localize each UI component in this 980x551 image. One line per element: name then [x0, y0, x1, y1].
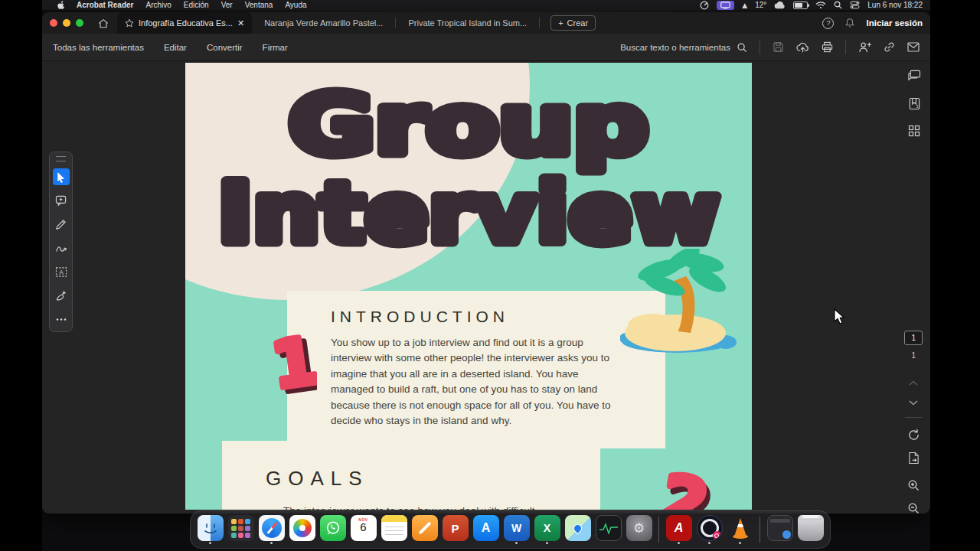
- title-line-1: Group: [289, 77, 648, 172]
- previous-page-button[interactable]: [909, 375, 918, 389]
- create-tab-button[interactable]: + Crear: [550, 15, 596, 31]
- menu-ayuda[interactable]: Ayuda: [279, 1, 312, 9]
- close-window-button[interactable]: [50, 19, 57, 27]
- help-button[interactable]: ?: [822, 18, 834, 29]
- wifi-icon[interactable]: [815, 1, 826, 9]
- toolbar-divider: [845, 41, 846, 54]
- tab-label: Private Tropical Island in Sum...: [408, 18, 527, 28]
- home-button[interactable]: [94, 18, 113, 28]
- edit-menu[interactable]: Editar: [164, 43, 187, 52]
- goals-card: GOALS The interviewer wants to see how y…: [222, 441, 600, 510]
- cloud-upload-button[interactable]: [796, 41, 809, 53]
- dock-photos-icon[interactable]: [289, 515, 315, 541]
- excel-glyph: X: [544, 522, 550, 534]
- cursor-arrow-icon: [56, 171, 66, 183]
- zoom-out-button[interactable]: [905, 500, 922, 514]
- total-pages-label: 1: [911, 351, 916, 360]
- dock-excel-icon[interactable]: X: [534, 515, 560, 541]
- dock-trash-icon[interactable]: [798, 515, 824, 541]
- draw-tool-button[interactable]: [53, 240, 70, 256]
- highlight-tool-button[interactable]: [53, 216, 70, 233]
- zoom-in-button[interactable]: [905, 477, 922, 494]
- page-controls-rail: 1 1: [904, 331, 923, 514]
- tab-naranja[interactable]: Naranja Verde Amarillo Pastel...: [256, 12, 390, 34]
- print-button[interactable]: [822, 41, 833, 53]
- dock-launchpad-icon[interactable]: [228, 515, 254, 541]
- tab-tropical[interactable]: Private Tropical Island in Sum...: [400, 12, 534, 34]
- dock-safari-icon[interactable]: [259, 515, 285, 541]
- menu-archivo[interactable]: Archivo: [139, 1, 177, 9]
- search-tools-button[interactable]: Buscar texto o herramientas: [620, 42, 747, 53]
- tab-close-icon[interactable]: ✕: [237, 18, 244, 28]
- spotlight-search-icon[interactable]: [834, 1, 842, 9]
- email-button[interactable]: [907, 42, 920, 52]
- svg-text:2: 2: [655, 461, 714, 510]
- sign-in-button[interactable]: Iniciar sesión: [866, 18, 923, 28]
- acrobat-toolbar: Todas las herramientas Editar Convertir …: [42, 34, 930, 61]
- menu-clock[interactable]: Lun 6 nov 18:22: [867, 1, 923, 9]
- tab-label: Naranja Verde Amarillo Pastel...: [264, 18, 383, 28]
- dock-word-icon[interactable]: W: [504, 515, 530, 541]
- apple-menu[interactable]: [50, 1, 70, 10]
- control-center-icon[interactable]: [850, 1, 860, 9]
- dock-maps-icon[interactable]: [565, 515, 591, 541]
- notifications-bell-icon[interactable]: [844, 18, 855, 28]
- all-tools-menu[interactable]: Todas las herramientas: [53, 43, 144, 52]
- share-link-button[interactable]: [884, 41, 895, 53]
- more-tools-button[interactable]: [53, 311, 70, 328]
- dock-pages-icon[interactable]: [412, 515, 438, 541]
- rail-divider: [905, 417, 922, 418]
- weather-cloud-icon[interactable]: [774, 2, 786, 9]
- select-text-tool-button[interactable]: A: [53, 263, 70, 280]
- rotate-page-button[interactable]: [905, 426, 922, 443]
- next-page-button[interactable]: [909, 395, 918, 409]
- tab-bar: Infografía Educativa Es... ✕ Naranja Ver…: [42, 12, 930, 34]
- settings-gear-glyph: ⚙: [633, 520, 645, 536]
- comments-panel-button[interactable]: [906, 67, 923, 84]
- tab-infografia[interactable]: Infografía Educativa Es... ✕: [117, 12, 252, 34]
- dock-acrobat-icon[interactable]: A: [666, 515, 692, 541]
- request-signatures-button[interactable]: [858, 41, 871, 53]
- tab-divider: [539, 18, 540, 28]
- dock-minimized-window-icon[interactable]: [767, 515, 793, 541]
- dock-vlc-icon[interactable]: [727, 515, 753, 541]
- sign-menu[interactable]: Firmar: [263, 43, 288, 52]
- tab-divider: [395, 18, 396, 28]
- dock-system-settings-icon[interactable]: ⚙: [626, 515, 652, 541]
- weather-temperature[interactable]: 12°: [755, 1, 766, 9]
- convert-menu[interactable]: Convertir: [207, 43, 243, 52]
- zoom-window-button[interactable]: [76, 19, 83, 27]
- bookmarks-panel-button[interactable]: [906, 95, 923, 112]
- dock-activity-monitor-icon[interactable]: [596, 515, 622, 541]
- menu-edicion[interactable]: Edición: [178, 1, 215, 9]
- menu-ver[interactable]: Ver: [215, 1, 239, 9]
- dock-app-store-icon[interactable]: A: [473, 515, 499, 541]
- page-thumbnails-button[interactable]: [906, 122, 923, 139]
- dock-calendar-icon[interactable]: NOV 6: [351, 515, 377, 541]
- add-comment-tool-button[interactable]: [53, 192, 70, 209]
- pdf-page[interactable]: Group Interview INTRODUCTION You show up…: [185, 63, 752, 510]
- dock-powerpoint-icon[interactable]: P: [443, 515, 469, 541]
- rail-drag-handle[interactable]: [56, 156, 66, 161]
- export-pdf-button[interactable]: [905, 449, 922, 466]
- dock-whatsapp-icon[interactable]: [320, 515, 346, 541]
- mountain-status-icon[interactable]: ▲: [742, 2, 747, 9]
- menu-ventana[interactable]: Ventana: [239, 1, 279, 9]
- fill-sign-tool-button[interactable]: [53, 287, 70, 304]
- dock-obs-icon[interactable]: [697, 515, 723, 541]
- acrobat-glyph: A: [675, 521, 684, 535]
- select-tool-button[interactable]: [53, 168, 70, 185]
- mouse-cursor: [834, 308, 846, 325]
- dock: NOV 6 P A W X ⚙ A: [190, 510, 831, 549]
- minimize-window-button[interactable]: [63, 19, 70, 27]
- screen: Acrobat Reader Archivo Edición Ver Venta…: [42, 0, 930, 551]
- dock-finder-icon[interactable]: [198, 515, 224, 541]
- dock-notes-icon[interactable]: [381, 515, 407, 541]
- screen-mirroring-icon[interactable]: [717, 1, 734, 10]
- save-button[interactable]: [773, 41, 784, 53]
- menu-app-name[interactable]: Acrobat Reader: [70, 1, 139, 9]
- battery-icon[interactable]: [793, 2, 808, 9]
- status-dial-icon[interactable]: [700, 1, 709, 10]
- dock-separator: [760, 517, 760, 543]
- current-page-input[interactable]: 1: [904, 331, 923, 345]
